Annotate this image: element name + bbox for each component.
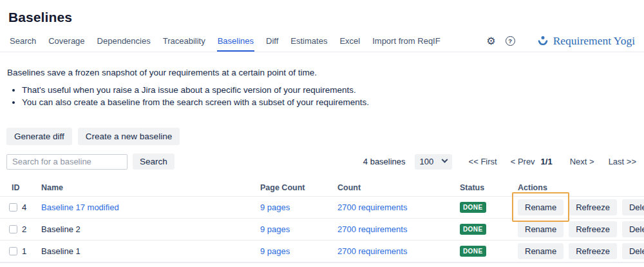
delete-button[interactable]: Delete — [622, 221, 644, 237]
rename-button[interactable]: Rename — [518, 243, 564, 259]
delete-button[interactable]: Delete — [622, 199, 644, 215]
row-id: 4 — [22, 203, 26, 212]
status-badge: DONE — [460, 224, 486, 235]
col-header-name: Name — [41, 183, 260, 192]
rename-button[interactable]: Rename — [518, 199, 564, 215]
row-id: 2 — [22, 224, 26, 234]
id-cell: 4 — [9, 203, 41, 212]
tab-import-reqif[interactable]: Import from ReqIF — [372, 34, 440, 52]
baseline-name-link[interactable]: Baseline 17 modified — [41, 203, 119, 212]
tab-search[interactable]: Search — [9, 34, 37, 52]
row-checkbox[interactable] — [9, 203, 17, 212]
table-row: 2 Baseline 2 9 pages 2700 requirements D… — [0, 218, 644, 240]
status-badge: DONE — [460, 246, 486, 257]
requirement-count-link[interactable]: 2700 requirements — [337, 224, 407, 234]
status-badge: DONE — [460, 202, 486, 213]
search-input[interactable] — [6, 154, 128, 170]
baseline-count: 4 baselines — [363, 157, 406, 166]
intro-bullets: That's useful when you raise a Jira issu… — [0, 84, 644, 108]
gear-icon[interactable]: ⚙ — [486, 36, 495, 46]
page-actions: Generate diff Create a new baseline — [6, 128, 644, 145]
col-header-page-count: Page Count — [260, 183, 337, 192]
table-body: 4 Baseline 17 modified 9 pages 2700 requ… — [0, 196, 644, 262]
row-checkbox[interactable] — [9, 247, 17, 255]
pagination-last[interactable]: Last >> — [609, 157, 636, 166]
col-header-count: Count — [337, 183, 460, 192]
tab-dependencies[interactable]: Dependencies — [97, 34, 151, 52]
id-cell: 1 — [9, 246, 41, 256]
tab-excel[interactable]: Excel — [339, 34, 361, 52]
page-count-link[interactable]: 9 pages — [260, 203, 290, 212]
tabbar-right: ⚙ ? Requirement Yogi — [486, 34, 635, 52]
row-checkbox[interactable] — [9, 225, 17, 233]
brand-logo[interactable]: Requirement Yogi — [536, 34, 635, 48]
create-baseline-button[interactable]: Create a new baseline — [78, 128, 180, 145]
delete-button[interactable]: Delete — [622, 243, 644, 259]
requirement-count-link[interactable]: 2700 requirements — [337, 246, 407, 256]
baseline-name[interactable]: Baseline 1 — [41, 246, 80, 256]
brand-name: Requirement Yogi — [553, 34, 635, 48]
row-actions: Rename Refreeze Delete — [518, 243, 644, 259]
page-title: Baselines — [0, 0, 644, 25]
page-size-value: 100 — [420, 157, 434, 166]
col-header-actions: Actions — [518, 183, 640, 192]
tab-diff[interactable]: Diff — [265, 34, 279, 52]
page-count-link[interactable]: 9 pages — [260, 224, 290, 234]
rename-button[interactable]: Rename — [518, 221, 564, 237]
row-actions: Rename Refreeze Delete — [518, 221, 644, 237]
page-count-link[interactable]: 9 pages — [260, 246, 290, 256]
row-actions: Rename Refreeze Delete — [518, 199, 644, 215]
intro-text: Baselines save a frozen snapshot of your… — [0, 52, 644, 79]
baseline-name[interactable]: Baseline 2 — [41, 224, 80, 234]
row-id: 1 — [22, 246, 26, 256]
tab-bar: Search Coverage Dependencies Traceabilit… — [0, 34, 644, 52]
yogi-icon — [536, 35, 549, 47]
toolbar-right: 4 baselines 100 << First < Prev 1/1 Next… — [363, 154, 636, 170]
tab-traceability[interactable]: Traceability — [162, 34, 206, 52]
intro-bullet: You can also create a baseline from the … — [22, 97, 644, 108]
table-bottom-border — [0, 262, 644, 263]
table-row: 1 Baseline 1 9 pages 2700 requirements D… — [0, 240, 644, 262]
pagination-next[interactable]: Next > — [570, 157, 594, 166]
page-size-select[interactable]: 100 — [415, 154, 452, 170]
col-header-status: Status — [460, 183, 518, 192]
pagination-prev[interactable]: < Prev — [511, 157, 535, 166]
col-header-id: ID — [9, 183, 41, 192]
pagination: << First < Prev 1/1 Next > Last >> — [469, 157, 636, 166]
tab-baselines[interactable]: Baselines — [217, 34, 254, 52]
help-icon[interactable]: ? — [506, 36, 515, 46]
table-header: ID Name Page Count Count Status Actions — [0, 179, 644, 196]
tab-coverage[interactable]: Coverage — [48, 34, 85, 52]
pagination-first[interactable]: << First — [469, 157, 497, 166]
toolbar: Search 4 baselines 100 << First < Prev 1… — [6, 153, 636, 170]
chevron-down-icon — [441, 157, 448, 163]
table-row: 4 Baseline 17 modified 9 pages 2700 requ… — [0, 196, 644, 218]
tab-estimates[interactable]: Estimates — [290, 34, 328, 52]
refreeze-button[interactable]: Refreeze — [569, 221, 617, 237]
intro-bullet: That's useful when you raise a Jira issu… — [22, 84, 644, 95]
refreeze-button[interactable]: Refreeze — [569, 199, 617, 215]
requirement-count-link[interactable]: 2700 requirements — [337, 203, 407, 212]
generate-diff-button[interactable]: Generate diff — [6, 128, 72, 145]
id-cell: 2 — [9, 224, 41, 234]
nav-tabs: Search Coverage Dependencies Traceabilit… — [9, 34, 441, 52]
baselines-table: ID Name Page Count Count Status Actions … — [0, 179, 644, 263]
search-button[interactable]: Search — [133, 153, 175, 170]
refreeze-button[interactable]: Refreeze — [569, 243, 617, 259]
pagination-current: 1/1 — [541, 157, 553, 166]
